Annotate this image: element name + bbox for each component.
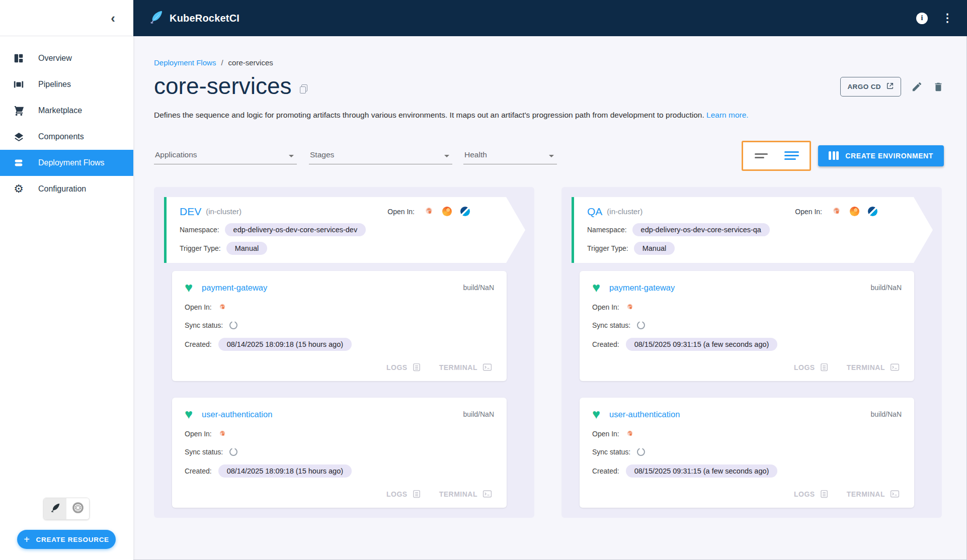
filters-row: Applications Stages Health [154, 141, 944, 171]
delete-button[interactable] [933, 81, 944, 92]
sidebar-item-label: Overview [38, 54, 72, 63]
sidebar-item-configuration[interactable]: ⚙ Configuration [0, 176, 133, 202]
sidebar-item-pipelines[interactable]: Pipelines [0, 71, 133, 98]
terminal-button[interactable]: TERMINAL [847, 490, 900, 498]
application-card: ♥ payment-gateway build/NaN Open In: Syn… [172, 271, 507, 381]
external-link-icon [886, 82, 894, 91]
logs-button[interactable]: LOGS [386, 490, 421, 499]
feather-view-button[interactable] [44, 498, 66, 519]
detailed-view-button[interactable] [776, 144, 807, 167]
learn-more-link[interactable]: Learn more. [706, 111, 749, 119]
trigger-type-row: Trigger Type: Manual [180, 242, 470, 255]
opensearch-icon[interactable] [868, 207, 877, 216]
create-environment-button[interactable]: CREATE ENVIRONMENT [818, 145, 944, 166]
collapse-sidebar-icon[interactable]: ‹ [111, 12, 115, 25]
open-in-label: Open In: [185, 430, 212, 438]
applications-select[interactable]: Applications [154, 147, 297, 164]
application-actions: LOGS TERMINAL [185, 486, 494, 503]
open-in-label: Open In: [387, 208, 415, 216]
info-icon[interactable]: i [916, 13, 928, 24]
namespace-chip: edp-delivery-os-dev-core-services-qa [632, 223, 770, 236]
grafana-icon[interactable] [850, 207, 859, 216]
terminal-button[interactable]: TERMINAL [439, 490, 492, 498]
argocd-icon[interactable] [218, 303, 226, 311]
sync-status-unknown-icon [229, 448, 237, 456]
dashboard-icon [12, 52, 25, 65]
compact-view-button[interactable] [746, 144, 776, 167]
logs-button[interactable]: LOGS [794, 363, 829, 372]
environment-name-link[interactable]: QA [587, 206, 602, 218]
created-chip: 08/14/2025 18:09:18 (15 hours ago) [218, 338, 352, 351]
application-name-link[interactable]: user-authentication [609, 410, 680, 419]
environment-card-dev: DEV (in-cluster) Open In: Namespace: [154, 187, 534, 518]
health-heart-icon: ♥ [592, 281, 600, 295]
sidebar-item-overview[interactable]: Overview [0, 45, 133, 71]
logs-label: LOGS [794, 363, 815, 371]
filters-right: CREATE ENVIRONMENT [742, 141, 944, 171]
application-name-link[interactable]: user-authentication [202, 410, 272, 419]
terminal-icon [890, 490, 900, 498]
logs-button[interactable]: LOGS [794, 490, 829, 499]
cluster-label: (in-cluster) [206, 207, 241, 216]
sync-status-row: Sync status: [592, 446, 902, 457]
build-version: build/NaN [871, 410, 902, 418]
opensearch-icon[interactable] [460, 207, 470, 216]
kebab-menu-icon[interactable]: ⋮ [942, 13, 953, 24]
terminal-button[interactable]: TERMINAL [847, 363, 900, 371]
header-actions: ARGO CD [840, 77, 944, 97]
created-row: Created: 08/15/2025 09:31:15 (a few seco… [592, 338, 902, 351]
create-resource-button[interactable]: + CREATE RESOURCE [17, 530, 116, 549]
health-select-label: Health [464, 150, 487, 159]
deployment-flows-icon [12, 156, 25, 169]
argocd-button[interactable]: ARGO CD [840, 77, 901, 97]
sync-status-unknown-icon [637, 321, 645, 329]
sync-status-label: Sync status: [592, 448, 630, 456]
environment-title-row: DEV (in-cluster) Open In: [180, 206, 470, 218]
breadcrumb-deployment-flows[interactable]: Deployment Flows [154, 58, 216, 67]
sidebar-item-deployment-flows[interactable]: Deployment Flows [0, 150, 133, 176]
chevron-down-icon [549, 155, 554, 157]
columns-icon [829, 151, 839, 160]
view-mode-toggle [43, 498, 90, 520]
stages-select-label: Stages [310, 150, 334, 159]
sync-status-row: Sync status: [592, 320, 902, 331]
sidebar-item-marketplace[interactable]: Marketplace [0, 98, 133, 124]
created-label: Created: [592, 467, 619, 475]
grafana-icon[interactable] [442, 207, 452, 216]
logs-icon [820, 490, 829, 499]
sync-status-unknown-icon [637, 448, 645, 456]
sidebar-item-label: Deployment Flows [38, 158, 105, 167]
terminal-button[interactable]: TERMINAL [439, 363, 492, 371]
create-resource-label: CREATE RESOURCE [36, 536, 109, 543]
environment-name-link[interactable]: DEV [180, 206, 201, 218]
namespace-label: Namespace: [180, 226, 219, 234]
application-name-link[interactable]: payment-gateway [202, 283, 267, 293]
kubernetes-view-button[interactable] [66, 498, 89, 519]
application-name-link[interactable]: payment-gateway [609, 283, 675, 293]
logs-button[interactable]: LOGS [386, 363, 421, 372]
description-text: Defines the sequence and logic for promo… [154, 111, 704, 119]
argocd-icon[interactable] [832, 207, 841, 216]
health-select[interactable]: Health [463, 147, 557, 164]
environment-header: DEV (in-cluster) Open In: Namespace: [164, 197, 525, 263]
page-content: Deployment Flows / core-services core-se… [133, 36, 967, 560]
logs-icon [820, 363, 829, 372]
argocd-icon[interactable] [626, 303, 634, 311]
sidebar-item-label: Pipelines [38, 80, 71, 89]
sidebar-item-label: Configuration [38, 184, 86, 194]
argocd-icon[interactable] [424, 207, 434, 216]
health-heart-icon: ♥ [185, 408, 193, 421]
page-header-row: core-services ARGO CD [154, 73, 944, 100]
stages-select[interactable]: Stages [309, 147, 452, 164]
main-area: KubeRocketCI i ⋮ Deployment Flows / core… [133, 0, 967, 560]
sidebar-item-components[interactable]: Components [0, 124, 133, 150]
argocd-icon[interactable] [218, 430, 226, 438]
logs-label: LOGS [794, 490, 815, 498]
open-in-group: Open In: [795, 207, 877, 216]
edit-button[interactable] [911, 81, 923, 92]
argocd-icon[interactable] [626, 430, 634, 438]
logs-icon [413, 490, 421, 499]
copy-icon[interactable] [300, 84, 306, 92]
open-in-label: Open In: [592, 303, 619, 311]
build-version: build/NaN [463, 410, 494, 418]
